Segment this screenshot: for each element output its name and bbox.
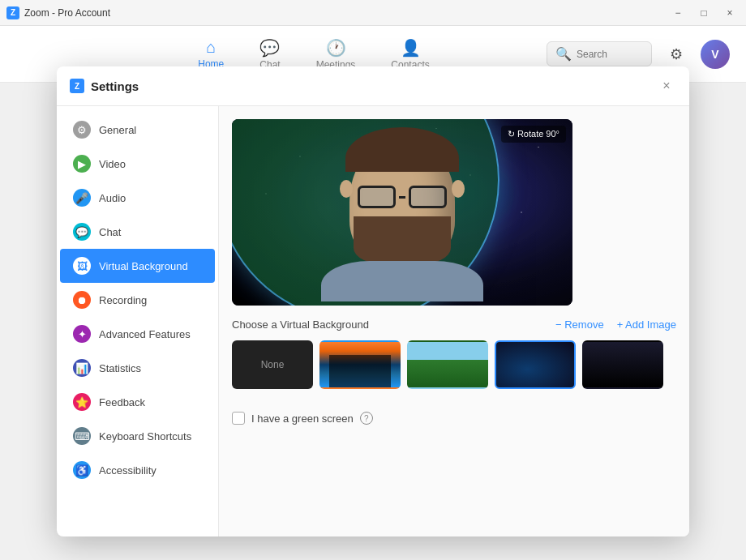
feedback-icon: ⭐ bbox=[73, 393, 91, 411]
settings-content: ↻ Rotate 90° Choose a Virtual Background… bbox=[219, 106, 689, 536]
search-input[interactable] bbox=[577, 49, 641, 60]
background-space[interactable] bbox=[495, 340, 576, 389]
window-controls: − □ × bbox=[668, 3, 740, 23]
advanced-features-icon: ✦ bbox=[73, 325, 91, 343]
ear-right bbox=[452, 180, 465, 198]
vbg-header: Choose a Virtual Background − Remove + A… bbox=[232, 318, 676, 331]
sidebar-label-advanced-features: Advanced Features bbox=[99, 328, 191, 340]
green-screen-label: I have a green screen bbox=[251, 413, 354, 425]
sidebar-item-advanced-features[interactable]: ✦ Advanced Features bbox=[60, 317, 215, 351]
accessibility-icon: ♿ bbox=[73, 461, 91, 479]
settings-title: Settings bbox=[91, 79, 139, 93]
general-icon: ⚙ bbox=[73, 121, 91, 139]
app-title: Zoom - Pro Account bbox=[24, 7, 110, 19]
person-preview bbox=[321, 139, 483, 306]
background-grass[interactable] bbox=[407, 340, 488, 389]
sidebar-label-statistics: Statistics bbox=[99, 362, 141, 374]
statistics-icon: 📊 bbox=[73, 359, 91, 377]
sidebar-item-feedback[interactable]: ⭐ Feedback bbox=[60, 385, 215, 419]
search-icon: 🔍 bbox=[555, 46, 572, 62]
virtual-background-section: Choose a Virtual Background − Remove + A… bbox=[232, 318, 676, 524]
glass-left bbox=[358, 186, 396, 208]
vbg-actions: − Remove + Add Image bbox=[555, 318, 676, 331]
beard bbox=[354, 216, 451, 265]
sidebar-label-virtual-background: Virtual Background bbox=[99, 260, 188, 272]
maximize-button[interactable]: □ bbox=[694, 3, 714, 23]
sidebar-label-chat: Chat bbox=[99, 226, 121, 238]
sidebar-label-feedback: Feedback bbox=[99, 396, 145, 408]
sidebar-item-audio[interactable]: 🎤 Audio bbox=[60, 181, 215, 215]
keyboard-icon: ⌨ bbox=[73, 427, 91, 445]
zoom-icon: Z bbox=[6, 6, 19, 19]
sidebar-label-accessibility: Accessibility bbox=[99, 464, 156, 477]
chat-nav-icon: 💬 bbox=[259, 38, 280, 58]
background-bridge[interactable] bbox=[319, 340, 401, 389]
add-image-button[interactable]: + Add Image bbox=[617, 318, 676, 331]
glasses bbox=[358, 184, 447, 210]
sidebar-item-general[interactable]: ⚙ General bbox=[60, 113, 215, 147]
sidebar-item-recording[interactable]: ⏺ Recording bbox=[60, 283, 215, 317]
audio-icon: 🎤 bbox=[73, 189, 91, 207]
sidebar-item-chat[interactable]: 💬 Chat bbox=[60, 215, 215, 249]
contacts-icon: 👤 bbox=[401, 38, 421, 58]
rotate-button[interactable]: ↻ Rotate 90° bbox=[501, 126, 566, 143]
settings-gear-button[interactable]: ⚙ bbox=[662, 40, 691, 69]
glass-bridge bbox=[399, 196, 405, 199]
background-dark[interactable] bbox=[582, 340, 663, 389]
sidebar-item-virtual-background[interactable]: 🖼 Virtual Background bbox=[60, 249, 215, 283]
sidebar-item-video[interactable]: ▶ Video bbox=[60, 147, 215, 181]
title-bar-left: Z Zoom - Pro Account bbox=[6, 6, 110, 19]
video-icon: ▶ bbox=[73, 155, 91, 173]
search-box[interactable]: 🔍 bbox=[547, 41, 652, 66]
remove-background-button[interactable]: − Remove bbox=[555, 318, 604, 331]
sidebar-item-accessibility[interactable]: ♿ Accessibility bbox=[60, 453, 215, 487]
background-grid: None bbox=[232, 340, 676, 389]
virtual-background-icon: 🖼 bbox=[73, 257, 91, 275]
sidebar-label-general: General bbox=[99, 124, 136, 136]
glass-right bbox=[409, 186, 447, 208]
settings-header: Z Settings × bbox=[57, 66, 689, 106]
sidebar-label-keyboard-shortcuts: Keyboard Shortcuts bbox=[99, 430, 191, 442]
settings-body: ⚙ General ▶ Video 🎤 Audio 💬 Chat 🖼 Virtu… bbox=[57, 106, 689, 536]
minimize-button[interactable]: − bbox=[668, 3, 688, 23]
sidebar-label-video: Video bbox=[99, 158, 126, 170]
green-screen-row: I have a green screen ? bbox=[232, 402, 676, 425]
home-icon: ⌂ bbox=[206, 38, 216, 57]
avatar[interactable]: V bbox=[701, 40, 730, 69]
choose-background-label: Choose a Virtual Background bbox=[232, 318, 369, 331]
close-window-button[interactable]: × bbox=[720, 3, 740, 23]
sidebar-label-audio: Audio bbox=[99, 192, 126, 204]
settings-modal: Z Settings × ⚙ General ▶ Video 🎤 Audio 💬… bbox=[57, 66, 689, 536]
toolbar-right: 🔍 ⚙ V bbox=[547, 40, 730, 69]
none-label: None bbox=[261, 359, 285, 370]
sidebar-item-keyboard-shortcuts[interactable]: ⌨ Keyboard Shortcuts bbox=[60, 419, 215, 453]
title-bar: Z Zoom - Pro Account − □ × bbox=[0, 0, 746, 26]
meetings-icon: 🕐 bbox=[326, 38, 346, 58]
settings-zoom-icon: Z bbox=[70, 79, 84, 93]
recording-icon: ⏺ bbox=[73, 291, 91, 309]
face bbox=[349, 139, 455, 265]
sidebar-label-recording: Recording bbox=[99, 294, 147, 306]
settings-close-button[interactable]: × bbox=[657, 76, 676, 96]
shirt bbox=[321, 261, 483, 301]
settings-sidebar: ⚙ General ▶ Video 🎤 Audio 💬 Chat 🖼 Virtu… bbox=[57, 106, 219, 536]
ear-left bbox=[340, 180, 353, 198]
green-screen-checkbox[interactable] bbox=[232, 412, 245, 425]
camera-preview: ↻ Rotate 90° bbox=[232, 119, 572, 306]
chat-icon: 💬 bbox=[73, 223, 91, 241]
background-none[interactable]: None bbox=[232, 340, 313, 389]
green-screen-help-icon[interactable]: ? bbox=[360, 412, 373, 425]
settings-title-row: Z Settings bbox=[70, 79, 139, 93]
camera-background bbox=[232, 119, 572, 306]
sidebar-item-statistics[interactable]: 📊 Statistics bbox=[60, 351, 215, 385]
